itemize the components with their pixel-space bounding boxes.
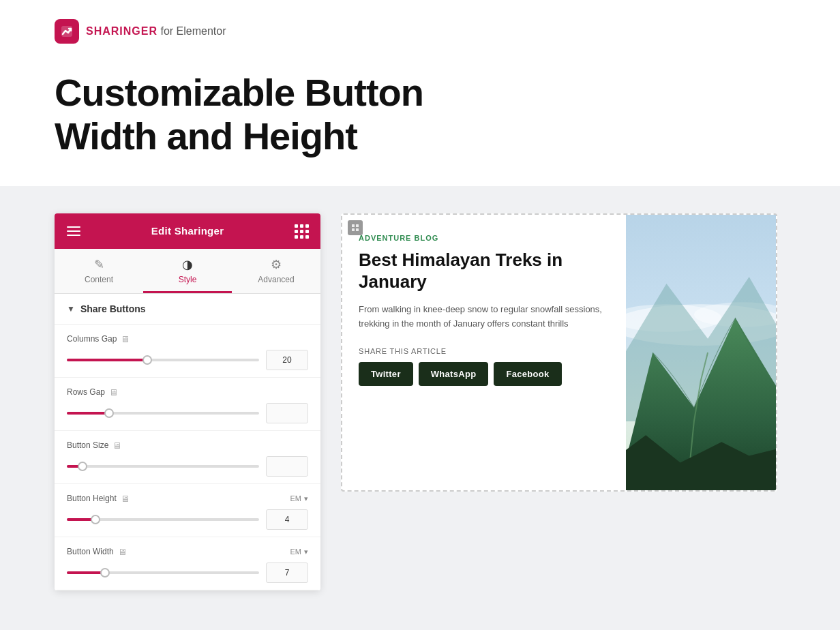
button-height-unit: EM: [290, 494, 302, 502]
section-collapse-arrow[interactable]: ▼: [67, 304, 75, 314]
grid-icon[interactable]: [295, 224, 308, 238]
rows-gap-input[interactable]: [266, 403, 308, 423]
hero-section: Customizable Button Width and Height: [0, 57, 840, 186]
control-button-height: Button Height 🖥 EM ▾: [55, 484, 320, 537]
article-category: ADVENTURE BLOG: [359, 234, 610, 242]
button-size-label: Button Size: [67, 440, 108, 450]
logo-brand: SHARINGER: [86, 25, 158, 37]
article-title: Best Himalayan Treks in January: [359, 249, 610, 293]
share-label: SHARE THIS ARTICLE: [359, 347, 610, 355]
content-area: Edit Sharinger ✎ Content ◑ Style ⚙ Advan…: [0, 186, 840, 630]
button-height-slider-track[interactable]: [67, 518, 259, 521]
tab-style-label: Style: [179, 275, 197, 284]
columns-gap-label: Columns Gap: [67, 334, 117, 344]
tab-content-label: Content: [85, 275, 113, 284]
columns-gap-slider-track[interactable]: [67, 359, 259, 361]
logo-tagline: for Elementor: [158, 25, 226, 37]
advanced-tab-icon: ⚙: [271, 257, 282, 272]
panel-header: Edit Sharinger: [55, 213, 320, 249]
card-drag-handle[interactable]: [348, 220, 363, 235]
logo-text: SHARINGER for Elementor: [86, 25, 226, 38]
button-width-unit: EM: [290, 548, 302, 556]
button-width-unit-chevron[interactable]: ▾: [304, 548, 308, 556]
section-share-buttons: ▼ Share Buttons: [55, 294, 320, 325]
article-image: [626, 215, 776, 490]
button-size-input[interactable]: [266, 456, 308, 477]
share-button-facebook[interactable]: Facebook: [494, 362, 561, 386]
svg-rect-1: [352, 224, 355, 227]
svg-rect-2: [356, 224, 359, 227]
control-columns-gap: Columns Gap 🖥: [55, 325, 320, 378]
panel-tabs: ✎ Content ◑ Style ⚙ Advanced: [55, 249, 320, 294]
control-rows-gap: Rows Gap 🖥: [55, 378, 320, 431]
button-width-slider-track[interactable]: [67, 571, 259, 574]
article-card: ADVENTURE BLOG Best Himalayan Treks in J…: [341, 213, 777, 492]
share-button-whatsapp[interactable]: WhatsApp: [419, 362, 489, 386]
columns-gap-input[interactable]: [266, 350, 308, 370]
button-width-label: Button Width: [67, 547, 114, 556]
rows-gap-slider-track[interactable]: [67, 412, 259, 415]
button-height-unit-chevron[interactable]: ▾: [304, 494, 308, 503]
panel-title: Edit Sharinger: [151, 225, 224, 237]
hamburger-icon[interactable]: [67, 224, 80, 238]
rows-gap-screen-icon: 🖥: [109, 387, 118, 397]
logo-icon: [55, 19, 79, 44]
section-title: Share Buttons: [80, 303, 146, 314]
button-width-screen-icon: 🖥: [118, 547, 127, 557]
article-content: ADVENTURE BLOG Best Himalayan Treks in J…: [342, 215, 626, 490]
svg-rect-3: [352, 228, 355, 231]
elementor-panel: Edit Sharinger ✎ Content ◑ Style ⚙ Advan…: [55, 213, 320, 590]
rows-gap-label: Rows Gap: [67, 387, 105, 397]
style-tab-icon: ◑: [182, 257, 193, 272]
tab-advanced[interactable]: ⚙ Advanced: [232, 249, 320, 293]
article-excerpt: From walking in knee-deep snow to regula…: [359, 303, 610, 331]
share-buttons: Twitter WhatsApp Facebook: [359, 362, 610, 386]
page-title: Customizable Button Width and Height: [55, 71, 785, 159]
control-button-width: Button Width 🖥 EM ▾: [55, 537, 320, 590]
preview-area: ADVENTURE BLOG Best Himalayan Treks in J…: [341, 213, 785, 492]
button-height-label: Button Height: [67, 494, 117, 503]
columns-gap-screen-icon: 🖥: [121, 334, 130, 344]
tab-advanced-label: Advanced: [258, 275, 294, 284]
button-size-slider-track[interactable]: [67, 465, 259, 468]
header: SHARINGER for Elementor: [0, 0, 840, 57]
button-width-input[interactable]: [266, 562, 308, 583]
content-tab-icon: ✎: [94, 257, 104, 272]
button-size-screen-icon: 🖥: [112, 440, 121, 451]
share-button-twitter[interactable]: Twitter: [359, 362, 413, 386]
button-height-screen-icon: 🖥: [121, 494, 130, 504]
button-height-input[interactable]: [266, 509, 308, 530]
tab-content[interactable]: ✎ Content: [55, 249, 143, 293]
svg-rect-4: [356, 228, 359, 231]
tab-style[interactable]: ◑ Style: [143, 249, 232, 293]
panel-body: ▼ Share Buttons Columns Gap 🖥: [55, 294, 320, 590]
control-button-size: Button Size 🖥: [55, 431, 320, 484]
